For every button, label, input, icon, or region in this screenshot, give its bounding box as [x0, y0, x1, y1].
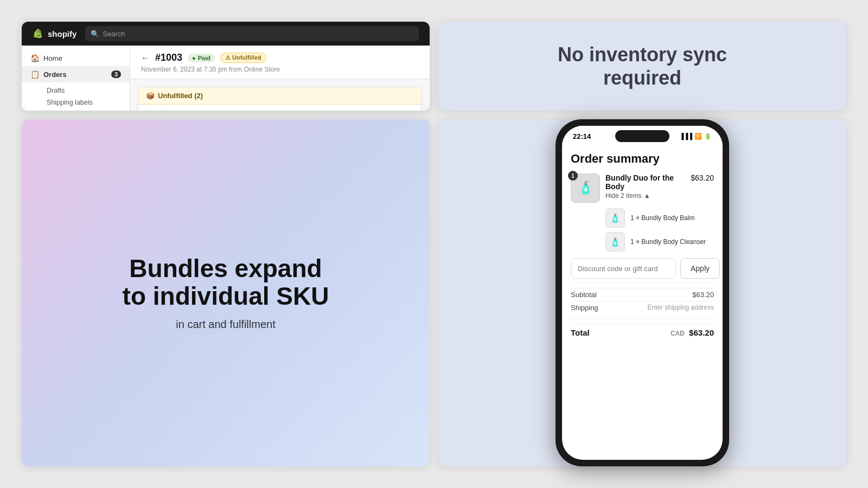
sidebar-item-home[interactable]: 🏠 Home	[22, 50, 130, 66]
shipping-value: Enter shipping address	[647, 304, 714, 312]
shopify-logo-text: shopify	[48, 29, 76, 38]
subtotal-value: $63.20	[692, 291, 714, 299]
unfulfilled-label: Unfulfilled (2)	[158, 92, 203, 100]
discount-input[interactable]	[571, 258, 676, 279]
unfulfilled-badge: ⚠ Unfulfilled	[220, 53, 266, 63]
total-label: Total	[571, 328, 590, 337]
divider-2	[571, 318, 714, 319]
bundles-subtext: in cart and fulfillment	[123, 318, 329, 331]
unfulfilled-emoji: 📦	[146, 92, 155, 100]
sidebar-item-drafts[interactable]: Drafts	[42, 85, 130, 97]
order-summary-title: Order summary	[571, 152, 714, 166]
bundle-count-badge: 1	[568, 171, 578, 181]
shipping-label: Shipping	[571, 304, 598, 312]
summary-shipping: Shipping Enter shipping address	[571, 301, 714, 314]
orders-icon: 📋	[30, 70, 39, 79]
bundles-headline: Bundles expand to individual SKU	[123, 255, 329, 310]
sub-item-name-1: 1 × Bundly Body Balm	[630, 214, 694, 222]
search-bar[interactable]: 🔍 Search	[85, 26, 419, 41]
sub-item-name-2: 1 × Bundly Body Cleanser	[630, 238, 706, 246]
sub-items: 🧴 1 × Bundly Body Balm 🧴 1 × Bundly Body…	[605, 208, 714, 252]
order-body: 📦 Unfulfilled (2) Location My Custom Loc…	[130, 79, 430, 111]
search-icon: 🔍	[91, 30, 99, 38]
bundle-info: Bundly Duo for the Body Hide 2 items ▲	[605, 174, 685, 200]
bundle-name: Bundly Duo for the Body	[605, 174, 685, 191]
paid-badge: ● Paid	[188, 54, 215, 62]
summary-total: Total CAD $63.20	[571, 323, 714, 339]
bundles-text: Bundles expand to individual SKU in cart…	[123, 255, 329, 331]
sub-item-row-2: 🧴 1 × Bundly Body Cleanser	[605, 232, 714, 252]
admin-topbar: shopify 🔍 Search	[22, 22, 430, 46]
order-title-row: ← #1003 ● Paid ⚠ Unfulfilled	[141, 52, 419, 63]
sidebar-item-shipping-labels[interactable]: Shipping labels	[42, 97, 130, 108]
orders-badge: 3	[111, 70, 121, 78]
phone-content: Order summary 🧴 1 Bundly Duo for the Bod…	[562, 144, 723, 460]
wifi-icon: 🛜	[694, 133, 702, 140]
home-icon: 🏠	[30, 54, 39, 62]
subtotal-label: Subtotal	[571, 291, 597, 299]
divider-1	[571, 283, 714, 284]
phone-panel: 22:14 ▐▐▐ 🛜 🔋 Order summary 🧴	[438, 119, 846, 466]
sub-item-row-1: 🧴 1 × Bundly Body Balm	[605, 208, 714, 228]
total-value-row: CAD $63.20	[671, 328, 714, 337]
order-header: ← #1003 ● Paid ⚠ Unfulfilled November 6,…	[130, 46, 430, 79]
chevron-up-icon: ▲	[644, 192, 650, 200]
admin-body: 🏠 Home 📋 Orders 3 Drafts Shipping labels…	[22, 46, 430, 111]
order-main-content: ← #1003 ● Paid ⚠ Unfulfilled November 6,…	[130, 46, 430, 111]
sub-item-img-1: 🧴	[605, 208, 625, 228]
sidebar-label-orders: Orders	[43, 70, 67, 79]
order-date: November 6, 2023 at 7:35 pm from Online …	[141, 66, 419, 73]
back-arrow[interactable]: ←	[141, 53, 150, 63]
phone-time: 22:14	[573, 132, 591, 140]
unfulfilled-dot: ⚠	[225, 54, 231, 61]
sidebar-label-home: Home	[43, 54, 62, 62]
phone-device: 22:14 ▐▐▐ 🛜 🔋 Order summary 🧴	[556, 119, 729, 466]
shopify-logo: shopify	[33, 28, 76, 40]
sidebar-item-orders[interactable]: 📋 Orders 3	[22, 66, 130, 82]
discount-row: Apply	[571, 258, 714, 279]
fulfillment-location: Location My Custom Location	[138, 105, 422, 111]
bundle-img-wrap: 🧴 1	[571, 174, 600, 203]
bundles-panel: Bundles expand to individual SKU in cart…	[22, 119, 430, 466]
shopify-admin-panel: shopify 🔍 Search 🏠 Home 📋 Orders 3	[22, 22, 430, 111]
summary-subtotal: Subtotal $63.20	[571, 288, 714, 301]
no-sync-panel: No inventory sync required	[438, 22, 846, 111]
no-sync-headline: No inventory sync required	[534, 43, 751, 89]
fulfillment-card: 📦 Unfulfilled (2) Location My Custom Loc…	[138, 87, 422, 111]
search-placeholder: Search	[103, 30, 125, 38]
paid-dot: ●	[192, 55, 196, 61]
bundle-toggle[interactable]: Hide 2 items ▲	[605, 192, 685, 200]
phone-screen: 22:14 ▐▐▐ 🛜 🔋 Order summary 🧴	[562, 126, 723, 460]
bundle-item-row: 🧴 1 Bundly Duo for the Body Hide 2 items…	[571, 174, 714, 203]
phone-icons: ▐▐▐ 🛜 🔋	[680, 133, 712, 140]
signal-icon: ▐▐▐	[680, 133, 692, 139]
sidebar: 🏠 Home 📋 Orders 3 Drafts Shipping labels…	[22, 46, 130, 111]
order-number: #1003	[155, 52, 182, 63]
phone-notch	[615, 130, 669, 142]
battery-icon: 🔋	[704, 133, 712, 140]
sidebar-item-abandoned-checkouts[interactable]: Abandoned checkouts	[42, 108, 130, 111]
apply-button[interactable]: Apply	[680, 258, 720, 279]
sidebar-sub-orders: Drafts Shipping labels Abandoned checkou…	[22, 82, 130, 111]
fulfillment-header: 📦 Unfulfilled (2)	[138, 87, 422, 105]
bundle-price: $63.20	[691, 174, 714, 182]
sub-item-img-2: 🧴	[605, 232, 625, 252]
